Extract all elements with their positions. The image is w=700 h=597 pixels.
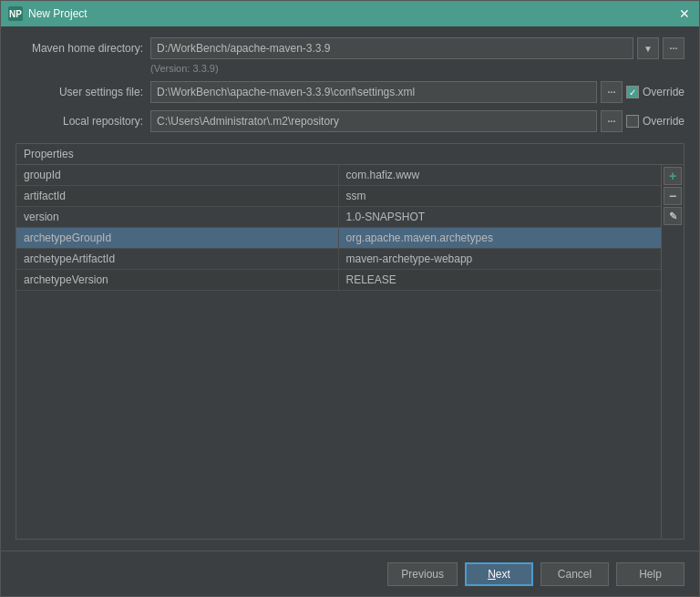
new-project-dialog: NP New Project ✕ Maven home directory: ▼…	[0, 0, 700, 597]
override-label-2: Override	[643, 115, 685, 128]
table-row[interactable]: archetypeGroupId org.apache.maven.archet…	[16, 228, 661, 249]
table-row[interactable]: archetypeArtifactId maven-archetype-weba…	[16, 249, 661, 270]
local-repo-label: Local repository:	[15, 115, 143, 128]
override-checkbox-row-2: Override	[626, 115, 685, 128]
maven-home-label: Maven home directory:	[15, 42, 143, 55]
dialog-content: Maven home directory: ▼ ··· (Version: 3.…	[1, 26, 699, 551]
remove-property-button[interactable]: −	[664, 187, 682, 205]
override-checkbox-row-1: Override	[626, 86, 685, 98]
title-bar: NP New Project ✕	[1, 1, 699, 26]
table-row[interactable]: groupId com.hafiz.www	[16, 165, 661, 186]
cell-value: maven-archetype-webapp	[339, 249, 662, 269]
cell-key: groupId	[16, 165, 339, 185]
title-bar-left: NP New Project	[8, 6, 88, 21]
table-row[interactable]: artifactId ssm	[16, 186, 661, 207]
dialog-footer: Previous Next Cancel Help	[1, 551, 699, 596]
cell-key: archetypeVersion	[16, 270, 339, 290]
maven-home-row: Maven home directory: ▼ ···	[15, 37, 685, 59]
cancel-button[interactable]: Cancel	[540, 562, 609, 586]
user-settings-row: User settings file: ··· Override	[15, 81, 685, 103]
properties-table: groupId com.hafiz.www artifactId ssm ver…	[15, 164, 662, 540]
local-repo-input-row: ··· Override	[150, 110, 685, 132]
table-row[interactable]: version 1.0-SNAPSHOT	[16, 207, 661, 228]
properties-table-body: groupId com.hafiz.www artifactId ssm ver…	[16, 165, 661, 539]
cell-value: org.apache.maven.archetypes	[339, 228, 662, 248]
version-text: (Version: 3.3.9)	[150, 63, 685, 74]
app-icon: NP	[8, 6, 23, 21]
local-repo-input[interactable]	[150, 110, 597, 132]
properties-actions: + − ✎	[662, 164, 685, 540]
cell-value: 1.0-SNAPSHOT	[339, 207, 662, 227]
previous-button[interactable]: Previous	[387, 562, 458, 586]
local-repo-row: Local repository: ··· Override	[15, 110, 685, 132]
override-checkbox-2[interactable]	[626, 115, 639, 128]
help-button[interactable]: Help	[616, 562, 685, 586]
cell-key: artifactId	[16, 186, 339, 206]
override-checkbox-1[interactable]	[626, 86, 639, 98]
cell-value: ssm	[339, 186, 662, 206]
cell-value: RELEASE	[339, 270, 662, 290]
dialog-title: New Project	[28, 7, 88, 20]
edit-property-button[interactable]: ✎	[664, 207, 682, 225]
next-button[interactable]: Next	[465, 562, 533, 586]
override-label-1: Override	[643, 86, 685, 98]
user-settings-input[interactable]	[150, 81, 597, 103]
cell-value: com.hafiz.www	[339, 165, 662, 185]
local-repo-browse-button[interactable]: ···	[601, 110, 623, 132]
properties-header: Properties	[15, 143, 685, 164]
table-row[interactable]: archetypeVersion RELEASE	[16, 270, 661, 291]
user-settings-browse-button[interactable]: ···	[601, 81, 623, 103]
maven-home-input[interactable]	[150, 37, 633, 59]
properties-wrapper: groupId com.hafiz.www artifactId ssm ver…	[15, 164, 685, 540]
cell-key: archetypeGroupId	[16, 228, 339, 248]
add-property-button[interactable]: +	[664, 167, 682, 185]
maven-dropdown-button[interactable]: ▼	[637, 37, 659, 59]
cell-key: version	[16, 207, 339, 227]
user-settings-input-row: ··· Override	[150, 81, 685, 103]
close-button[interactable]: ✕	[677, 6, 692, 21]
user-settings-label: User settings file:	[15, 86, 143, 98]
cell-key: archetypeArtifactId	[16, 249, 339, 269]
maven-browse-button[interactable]: ···	[663, 37, 685, 59]
properties-section: Properties groupId com.hafiz.www artifac…	[15, 143, 685, 540]
maven-home-input-row: ▼ ···	[150, 37, 685, 59]
